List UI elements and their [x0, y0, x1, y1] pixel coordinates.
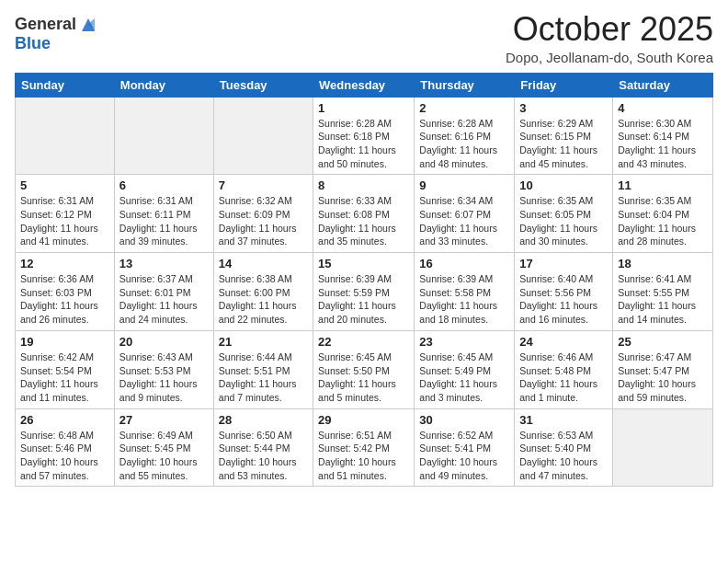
day-info: Sunrise: 6:40 AM Sunset: 5:56 PM Dayligh…: [519, 272, 608, 327]
day-cell: 29Sunrise: 6:51 AM Sunset: 5:42 PM Dayli…: [313, 408, 415, 487]
day-number: 9: [419, 178, 509, 192]
calendar: SundayMondayTuesdayWednesdayThursdayFrid…: [15, 73, 713, 488]
day-header-tuesday: Tuesday: [213, 73, 313, 97]
day-cell: 13Sunrise: 6:37 AM Sunset: 6:01 PM Dayli…: [114, 253, 213, 331]
day-cell: 18Sunrise: 6:41 AM Sunset: 5:55 PM Dayli…: [613, 253, 713, 331]
week-row-2: 12Sunrise: 6:36 AM Sunset: 6:03 PM Dayli…: [16, 253, 713, 331]
day-number: 6: [119, 178, 209, 192]
day-cell: 17Sunrise: 6:40 AM Sunset: 5:56 PM Dayli…: [515, 253, 613, 331]
logo-general-text: General: [15, 16, 76, 34]
day-number: 25: [618, 335, 708, 349]
day-header-sunday: Sunday: [16, 73, 115, 97]
day-number: 17: [519, 257, 608, 270]
day-cell: 28Sunrise: 6:50 AM Sunset: 5:44 PM Dayli…: [213, 408, 313, 487]
day-header-wednesday: Wednesday: [313, 73, 415, 97]
day-info: Sunrise: 6:31 AM Sunset: 6:11 PM Dayligh…: [119, 194, 209, 248]
day-info: Sunrise: 6:30 AM Sunset: 6:14 PM Dayligh…: [618, 117, 708, 171]
day-number: 13: [119, 257, 209, 270]
day-cell: 24Sunrise: 6:46 AM Sunset: 5:48 PM Dayli…: [515, 330, 613, 408]
day-number: 15: [318, 257, 409, 270]
day-number: 29: [318, 413, 409, 427]
day-number: 10: [519, 178, 608, 192]
day-cell: 20Sunrise: 6:43 AM Sunset: 5:53 PM Dayli…: [114, 330, 213, 408]
day-number: 19: [20, 335, 109, 349]
week-row-1: 5Sunrise: 6:31 AM Sunset: 6:12 PM Daylig…: [16, 175, 713, 253]
day-number: 24: [519, 335, 608, 349]
day-cell: 9Sunrise: 6:34 AM Sunset: 6:07 PM Daylig…: [415, 175, 515, 253]
day-cell: 5Sunrise: 6:31 AM Sunset: 6:12 PM Daylig…: [16, 175, 115, 253]
day-number: 31: [519, 413, 608, 427]
day-cell: [213, 97, 313, 175]
day-cell: 7Sunrise: 6:32 AM Sunset: 6:09 PM Daylig…: [213, 175, 313, 253]
day-info: Sunrise: 6:39 AM Sunset: 5:58 PM Dayligh…: [419, 272, 509, 327]
day-number: 2: [419, 101, 509, 115]
day-info: Sunrise: 6:31 AM Sunset: 6:12 PM Dayligh…: [20, 194, 109, 248]
day-cell: 14Sunrise: 6:38 AM Sunset: 6:00 PM Dayli…: [213, 253, 313, 331]
day-number: 28: [219, 413, 308, 427]
day-info: Sunrise: 6:28 AM Sunset: 6:16 PM Dayligh…: [419, 117, 509, 171]
day-cell: 11Sunrise: 6:35 AM Sunset: 6:04 PM Dayli…: [613, 175, 713, 253]
day-info: Sunrise: 6:48 AM Sunset: 5:46 PM Dayligh…: [20, 429, 109, 483]
day-info: Sunrise: 6:39 AM Sunset: 5:59 PM Dayligh…: [318, 272, 409, 327]
logo-blue-text: Blue: [15, 34, 51, 52]
day-cell: 6Sunrise: 6:31 AM Sunset: 6:11 PM Daylig…: [114, 175, 213, 253]
day-info: Sunrise: 6:52 AM Sunset: 5:41 PM Dayligh…: [419, 429, 509, 483]
day-number: 16: [419, 257, 509, 270]
title-block: October 2025 Dopo, Jeollanam-do, South K…: [506, 11, 713, 65]
day-info: Sunrise: 6:44 AM Sunset: 5:51 PM Dayligh…: [219, 350, 308, 405]
day-cell: 23Sunrise: 6:45 AM Sunset: 5:49 PM Dayli…: [415, 330, 515, 408]
day-cell: 25Sunrise: 6:47 AM Sunset: 5:47 PM Dayli…: [613, 330, 713, 408]
day-number: 1: [318, 101, 409, 115]
day-cell: 1Sunrise: 6:28 AM Sunset: 6:18 PM Daylig…: [313, 97, 415, 175]
day-number: 27: [119, 413, 209, 427]
page: General Blue October 2025 Dopo, Jeollana…: [0, 0, 728, 563]
day-info: Sunrise: 6:34 AM Sunset: 6:07 PM Dayligh…: [419, 194, 509, 248]
week-row-4: 26Sunrise: 6:48 AM Sunset: 5:46 PM Dayli…: [16, 408, 713, 487]
day-header-friday: Friday: [515, 73, 613, 97]
day-cell: 8Sunrise: 6:33 AM Sunset: 6:08 PM Daylig…: [313, 175, 415, 253]
calendar-header-row: SundayMondayTuesdayWednesdayThursdayFrid…: [16, 73, 713, 97]
day-cell: 3Sunrise: 6:29 AM Sunset: 6:15 PM Daylig…: [515, 97, 613, 175]
day-number: 14: [219, 257, 308, 270]
day-info: Sunrise: 6:53 AM Sunset: 5:40 PM Dayligh…: [519, 429, 608, 483]
day-info: Sunrise: 6:33 AM Sunset: 6:08 PM Dayligh…: [318, 194, 409, 248]
logo-icon: [78, 15, 98, 35]
day-number: 7: [219, 178, 308, 192]
day-info: Sunrise: 6:45 AM Sunset: 5:49 PM Dayligh…: [419, 350, 509, 405]
week-row-0: 1Sunrise: 6:28 AM Sunset: 6:18 PM Daylig…: [16, 97, 713, 175]
day-cell: 15Sunrise: 6:39 AM Sunset: 5:59 PM Dayli…: [313, 253, 415, 331]
day-cell: 19Sunrise: 6:42 AM Sunset: 5:54 PM Dayli…: [16, 330, 115, 408]
day-cell: 2Sunrise: 6:28 AM Sunset: 6:16 PM Daylig…: [415, 97, 515, 175]
day-cell: 26Sunrise: 6:48 AM Sunset: 5:46 PM Dayli…: [16, 408, 115, 487]
day-info: Sunrise: 6:43 AM Sunset: 5:53 PM Dayligh…: [119, 350, 209, 405]
day-number: 3: [519, 101, 608, 115]
day-info: Sunrise: 6:37 AM Sunset: 6:01 PM Dayligh…: [119, 272, 209, 327]
day-cell: 31Sunrise: 6:53 AM Sunset: 5:40 PM Dayli…: [515, 408, 613, 487]
day-cell: 27Sunrise: 6:49 AM Sunset: 5:45 PM Dayli…: [114, 408, 213, 487]
location: Dopo, Jeollanam-do, South Korea: [506, 50, 713, 65]
day-number: 23: [419, 335, 509, 349]
day-cell: 30Sunrise: 6:52 AM Sunset: 5:41 PM Dayli…: [415, 408, 515, 487]
day-info: Sunrise: 6:35 AM Sunset: 6:04 PM Dayligh…: [618, 194, 708, 248]
day-number: 11: [618, 178, 708, 192]
day-info: Sunrise: 6:49 AM Sunset: 5:45 PM Dayligh…: [119, 429, 209, 483]
day-cell: 12Sunrise: 6:36 AM Sunset: 6:03 PM Dayli…: [16, 253, 115, 331]
day-info: Sunrise: 6:29 AM Sunset: 6:15 PM Dayligh…: [519, 117, 608, 171]
day-number: 26: [20, 413, 109, 427]
day-info: Sunrise: 6:35 AM Sunset: 6:05 PM Dayligh…: [519, 194, 608, 248]
day-info: Sunrise: 6:42 AM Sunset: 5:54 PM Dayligh…: [20, 350, 109, 405]
day-cell: 21Sunrise: 6:44 AM Sunset: 5:51 PM Dayli…: [213, 330, 313, 408]
day-header-thursday: Thursday: [415, 73, 515, 97]
day-number: 4: [618, 101, 708, 115]
day-info: Sunrise: 6:38 AM Sunset: 6:00 PM Dayligh…: [219, 272, 308, 327]
day-info: Sunrise: 6:45 AM Sunset: 5:50 PM Dayligh…: [318, 350, 409, 405]
day-number: 20: [119, 335, 209, 349]
day-cell: 4Sunrise: 6:30 AM Sunset: 6:14 PM Daylig…: [613, 97, 713, 175]
day-cell: 16Sunrise: 6:39 AM Sunset: 5:58 PM Dayli…: [415, 253, 515, 331]
day-info: Sunrise: 6:41 AM Sunset: 5:55 PM Dayligh…: [618, 272, 708, 327]
week-row-3: 19Sunrise: 6:42 AM Sunset: 5:54 PM Dayli…: [16, 330, 713, 408]
day-number: 30: [419, 413, 509, 427]
header: General Blue October 2025 Dopo, Jeollana…: [15, 11, 713, 65]
day-cell: [16, 97, 115, 175]
day-info: Sunrise: 6:50 AM Sunset: 5:44 PM Dayligh…: [219, 429, 308, 483]
